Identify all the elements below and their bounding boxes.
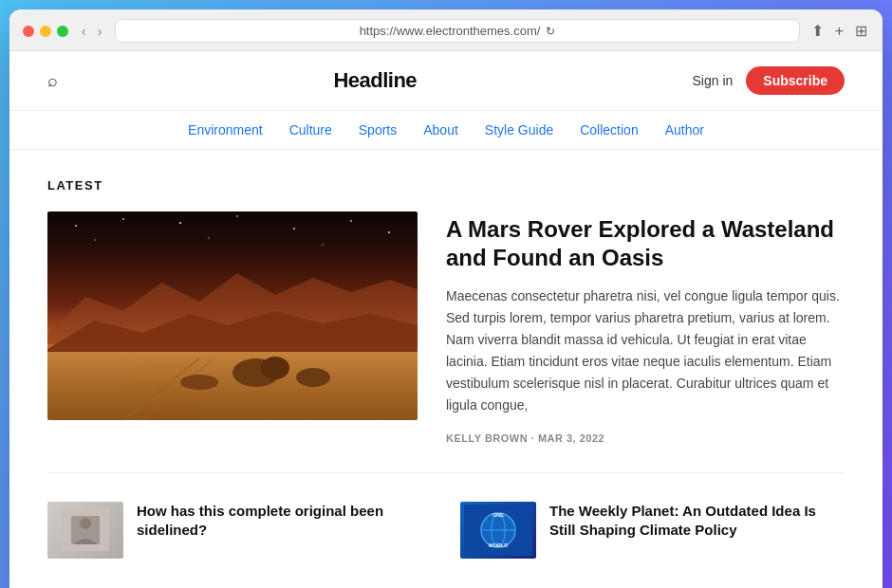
svg-point-7: [388, 231, 390, 233]
svg-point-9: [208, 237, 210, 239]
svg-point-4: [236, 215, 238, 217]
svg-text:ONE: ONE: [492, 511, 504, 517]
browser-window: ‹ › https://www.electronthemes.com/ ↻ ⬆ …: [9, 9, 883, 588]
sign-in-button[interactable]: Sign in: [692, 73, 733, 88]
article-thumb-2: ONE WORLD: [460, 502, 536, 559]
thumb-image-2: ONE WORLD: [460, 502, 536, 559]
svg-point-6: [350, 220, 352, 222]
mars-landscape-image: [47, 211, 418, 420]
site-header: ⌕ Headline Sign in Subscribe: [9, 51, 883, 111]
browser-nav-arrows: ‹ ›: [78, 22, 105, 41]
thumb-image-1: [47, 502, 123, 559]
traffic-lights: [23, 26, 68, 37]
featured-image: [47, 211, 418, 420]
nav-item-culture[interactable]: Culture: [289, 122, 332, 138]
svg-text:WORLD: WORLD: [489, 542, 508, 548]
article-card-title-1: How has this complete original been side…: [137, 502, 432, 541]
back-button[interactable]: ‹: [78, 22, 90, 41]
svg-point-1: [75, 225, 77, 227]
nav-item-style-guide[interactable]: Style Guide: [485, 122, 553, 138]
header-actions: Sign in Subscribe: [692, 66, 845, 95]
site-title: Headline: [333, 68, 417, 93]
nav-item-author[interactable]: Author: [665, 122, 704, 138]
maximize-button[interactable]: [57, 26, 68, 37]
article-card-2: ONE WORLD The Weekly Planet: An Outdated…: [460, 502, 845, 568]
meta-separator: ·: [531, 432, 538, 444]
svg-point-3: [179, 222, 181, 224]
forward-button[interactable]: ›: [94, 22, 106, 41]
svg-point-18: [296, 368, 330, 387]
minimize-button[interactable]: [40, 26, 51, 37]
svg-point-10: [322, 244, 324, 246]
grid-view-button[interactable]: ⊞: [853, 20, 869, 42]
svg-point-19: [180, 375, 218, 390]
article-card-1: How has this complete original been side…: [47, 502, 432, 568]
search-icon[interactable]: ⌕: [47, 71, 58, 91]
featured-article: A Mars Rover Explored a Wasteland and Fo…: [47, 211, 845, 473]
browser-chrome: ‹ › https://www.electronthemes.com/ ↻ ⬆ …: [9, 9, 883, 51]
article-card-body-2: The Weekly Planet: An Outdated Idea Is S…: [549, 502, 845, 541]
article-card-title-2: The Weekly Planet: An Outdated Idea Is S…: [549, 502, 845, 541]
nav-item-environment[interactable]: Environment: [188, 122, 263, 138]
svg-point-2: [122, 218, 124, 220]
subscribe-button[interactable]: Subscribe: [746, 66, 845, 95]
address-bar[interactable]: https://www.electronthemes.com/ ↻: [115, 19, 799, 43]
featured-article-body: A Mars Rover Explored a Wasteland and Fo…: [446, 211, 845, 444]
close-button[interactable]: [23, 26, 34, 37]
featured-article-date: MAR 3, 2022: [538, 432, 604, 444]
nav-item-collection[interactable]: Collection: [580, 122, 638, 138]
svg-rect-13: [47, 352, 418, 420]
new-tab-button[interactable]: +: [833, 21, 846, 42]
featured-article-excerpt: Maecenas consectetur pharetra nisi, vel …: [446, 285, 845, 417]
browser-actions: ⬆ + ⊞: [809, 20, 869, 42]
featured-article-author: KELLY BROWN: [446, 432, 528, 444]
nav-item-sports[interactable]: Sports: [359, 122, 397, 138]
site-navigation: Environment Culture Sports About Style G…: [9, 111, 883, 150]
url-text: https://www.electronthemes.com/: [360, 24, 541, 38]
svg-point-22: [80, 518, 91, 529]
nav-item-about[interactable]: About: [423, 122, 458, 138]
section-label: LATEST: [47, 178, 845, 193]
globe-icon: ONE WORLD: [464, 502, 532, 559]
svg-point-5: [293, 228, 295, 230]
share-button[interactable]: ⬆: [809, 20, 826, 42]
featured-article-meta: KELLY BROWN · MAR 3, 2022: [446, 432, 845, 444]
svg-point-8: [94, 239, 96, 241]
site-content: ⌕ Headline Sign in Subscribe Environment…: [9, 51, 883, 588]
article-card-body-1: How has this complete original been side…: [137, 502, 432, 541]
article-list: How has this complete original been side…: [47, 502, 845, 568]
main-content: LATEST: [9, 150, 883, 587]
featured-article-title: A Mars Rover Explored a Wasteland and Fo…: [446, 215, 845, 272]
article-thumb-1: [47, 502, 123, 559]
reload-icon: ↻: [546, 25, 555, 38]
portrait-icon: [62, 508, 109, 551]
svg-point-17: [261, 357, 289, 379]
